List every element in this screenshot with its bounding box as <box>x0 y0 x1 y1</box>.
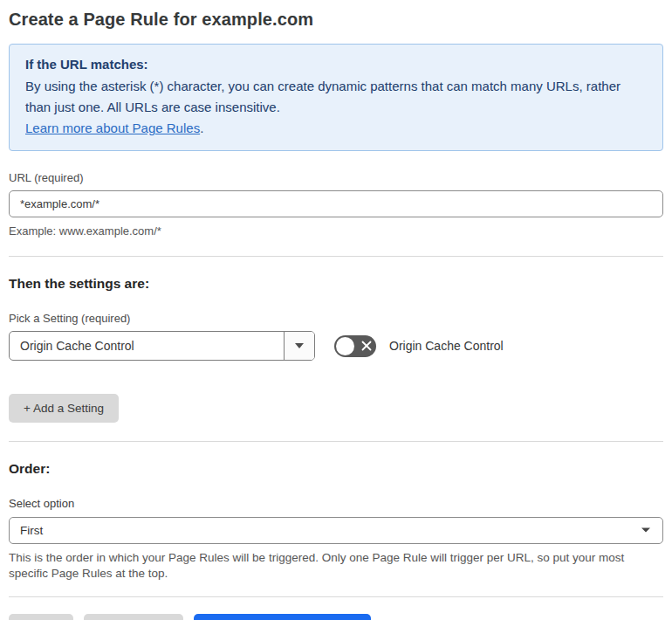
origin-cache-control-toggle[interactable] <box>334 335 376 357</box>
toggle-label: Origin Cache Control <box>389 339 504 353</box>
learn-more-link[interactable]: Learn more about Page Rules <box>25 121 200 135</box>
page-title: Create a Page Rule for example.com <box>9 7 663 31</box>
pick-setting-label: Pick a Setting (required) <box>9 312 663 325</box>
chevron-down-icon <box>295 343 304 348</box>
order-select-value: First <box>20 524 43 537</box>
url-input[interactable] <box>9 190 663 217</box>
setting-select[interactable]: Origin Cache Control <box>9 331 315 361</box>
info-box-link-row: Learn more about Page Rules. <box>25 118 647 139</box>
divider <box>9 596 663 597</box>
info-box-body: By using the asterisk (*) character, you… <box>25 76 647 118</box>
order-select-label: Select option <box>9 497 663 510</box>
save-as-draft-button[interactable]: Save as Draft <box>84 614 183 620</box>
save-and-deploy-button[interactable]: Save and Deploy Page Rule <box>194 614 372 620</box>
chevron-down-icon <box>641 528 650 533</box>
url-field-helper: Example: www.example.com/* <box>9 224 663 238</box>
x-icon <box>361 341 372 351</box>
url-field-label: URL (required) <box>9 171 663 184</box>
order-select[interactable]: First <box>9 517 663 544</box>
divider <box>9 256 663 257</box>
info-box-heading: If the URL matches: <box>25 54 647 75</box>
url-match-info-box: If the URL matches: By using the asteris… <box>9 44 663 151</box>
setting-select-value: Origin Cache Control <box>10 332 284 360</box>
pick-setting-row: Origin Cache Control Origin Cache Contro… <box>9 331 663 361</box>
footer-actions: Cancel Save as Draft Save and Deploy Pag… <box>9 614 663 620</box>
order-helper-text: This is the order in which your Page Rul… <box>9 550 663 582</box>
setting-select-arrow-button[interactable] <box>284 332 314 360</box>
link-suffix: . <box>200 121 203 135</box>
settings-section-heading: Then the settings are: <box>9 276 663 292</box>
cancel-button[interactable]: Cancel <box>9 614 73 620</box>
divider <box>9 441 663 442</box>
add-setting-button[interactable]: + Add a Setting <box>9 394 119 423</box>
toggle-knob <box>336 337 354 355</box>
order-section-heading: Order: <box>9 461 663 477</box>
